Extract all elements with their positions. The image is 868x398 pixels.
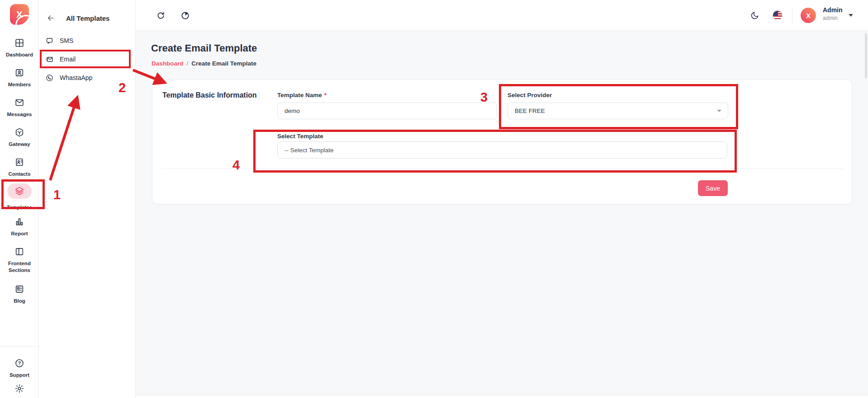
templates-active-pill	[7, 183, 32, 199]
select-caret-icon	[717, 110, 721, 112]
chat-bubble-icon	[45, 37, 54, 45]
page-bottom-strip	[136, 395, 868, 398]
template-select[interactable]: -- Select Template	[277, 141, 727, 159]
sidebar-item-templates[interactable]: Templates	[0, 183, 39, 211]
template-type-sms[interactable]: SMS	[39, 33, 135, 49]
required-asterisk: *	[324, 92, 327, 98]
sidebar-item-messages[interactable]: Messages	[0, 98, 39, 118]
sidebar-label-contacts: Contacts	[0, 171, 39, 178]
sidebar-label-members: Members	[0, 81, 39, 88]
globe-icon[interactable]	[180, 11, 190, 20]
app-logo-letter: X	[16, 9, 23, 20]
whatsapp-icon	[45, 74, 54, 82]
sidebar-item-report[interactable]: Report	[0, 217, 39, 237]
app-logo: X	[10, 4, 29, 25]
top-header: X Admin admin	[136, 0, 868, 31]
sidebar-item-blog[interactable]: Blog	[0, 284, 39, 304]
form-section-title: Template Basic Information	[162, 91, 257, 99]
gear-icon	[0, 384, 39, 393]
user-name: Admin	[823, 6, 843, 14]
article-icon	[0, 284, 39, 294]
question-circle-icon: ?	[0, 358, 39, 368]
select-provider-label: Select Provider	[508, 92, 552, 98]
breadcrumb-dashboard-link[interactable]: Dashboard	[152, 60, 184, 67]
moon-icon[interactable]	[750, 11, 759, 20]
contact-card-icon	[0, 157, 39, 167]
templates-panel-title: All Templates	[66, 14, 109, 22]
user-avatar[interactable]: X	[801, 8, 816, 23]
template-type-whatsapp[interactable]: WhastaApp	[39, 70, 135, 86]
template-name-label: Template Name*	[277, 92, 327, 98]
us-flag-icon[interactable]	[773, 10, 783, 20]
sidebar-item-gateway[interactable]: Gateway	[0, 127, 39, 148]
sidebar-label-messages: Messages	[0, 111, 39, 118]
select-template-label: Select Template	[277, 133, 323, 140]
sidebar-item-support[interactable]: ? Support	[0, 358, 39, 379]
arrow-left-icon[interactable]	[46, 14, 55, 23]
sidebar-item-settings[interactable]	[0, 384, 39, 393]
envelope-icon	[0, 98, 39, 108]
send-envelope-icon	[45, 55, 54, 64]
template-type-email[interactable]: Email	[39, 51, 135, 67]
sidebar-label-dashboard: Dashboard	[0, 52, 39, 58]
user-role: admin	[823, 15, 838, 21]
provider-select[interactable]: BEE FREE	[508, 103, 728, 119]
breadcrumb-current: Create Email Template	[191, 60, 256, 67]
icon-sidebar: X Dashboard Members Messages Gateway Con…	[0, 0, 39, 398]
sidebar-item-contacts[interactable]: Contacts	[0, 157, 39, 178]
save-button[interactable]: Save	[698, 180, 728, 196]
template-type-email-label: Email	[60, 56, 76, 63]
sidebar-label-support: Support	[0, 372, 39, 379]
svg-text:?: ?	[18, 361, 21, 366]
card-footer-divider	[161, 169, 844, 169]
sidebar-label-templates: Templates	[0, 204, 39, 211]
sidebar-label-frontend-sections: Frontend Sections	[0, 260, 39, 274]
avatar-letter: X	[806, 12, 811, 19]
page-title: Create Email Template	[151, 42, 257, 54]
sidebar-label-report: Report	[0, 230, 39, 237]
templates-panel-header: All Templates	[39, 10, 135, 26]
layers-icon	[14, 186, 25, 197]
sidebar-item-dashboard[interactable]: Dashboard	[0, 38, 39, 58]
breadcrumb-separator: /	[187, 60, 189, 67]
refresh-icon[interactable]	[156, 11, 166, 20]
chevron-down-icon[interactable]	[849, 14, 853, 17]
layout-icon	[0, 247, 39, 257]
template-name-input[interactable]	[277, 103, 497, 119]
scrollbar-thumb[interactable]	[865, 33, 867, 78]
templates-panel: All Templates SMS Email WhastaApp	[39, 0, 136, 398]
sidebar-divider	[0, 346, 39, 347]
bar-chart-icon	[0, 217, 39, 227]
header-divider	[792, 6, 792, 24]
template-form-card: Template Basic Information Template Name…	[152, 80, 852, 204]
template-type-whatsapp-label: WhastaApp	[60, 74, 92, 81]
sidebar-label-gateway: Gateway	[0, 141, 39, 148]
grid-dashboard-icon	[0, 38, 39, 48]
sidebar-item-members[interactable]: Members	[0, 68, 39, 88]
sidebar-item-frontend-sections[interactable]: Frontend Sections	[0, 247, 39, 274]
template-type-sms-label: SMS	[60, 37, 73, 44]
breadcrumb: Dashboard/Create Email Template	[152, 60, 256, 67]
provider-select-value: BEE FREE	[515, 108, 545, 114]
sidebar-label-blog: Blog	[0, 298, 39, 304]
template-select-value: -- Select Template	[285, 147, 334, 154]
hexagon-gateway-icon	[0, 127, 39, 137]
member-badge-icon	[0, 68, 39, 78]
